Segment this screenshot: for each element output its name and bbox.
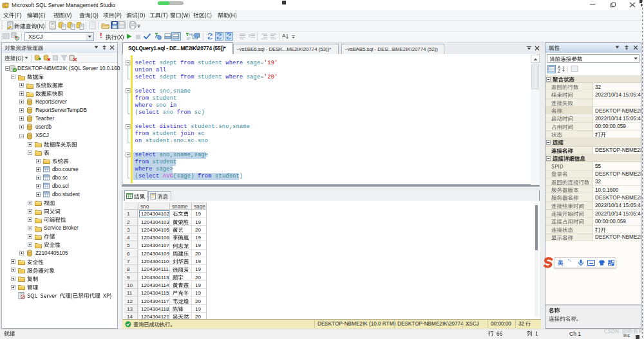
svg-text:A: A	[282, 33, 286, 39]
svg-text:Z: Z	[558, 69, 560, 73]
